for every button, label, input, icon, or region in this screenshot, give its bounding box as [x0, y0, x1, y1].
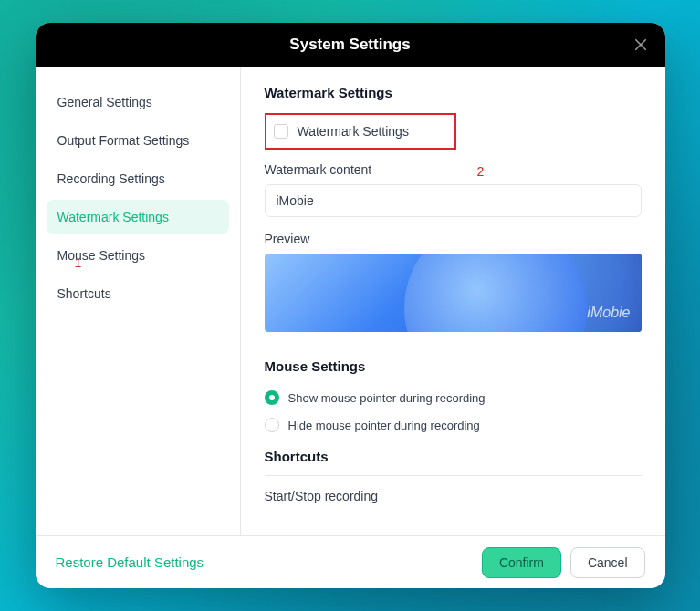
confirm-button[interactable]: Confirm [482, 547, 561, 578]
watermark-section-title: Watermark Settings [265, 85, 642, 100]
radio-icon[interactable] [265, 390, 279, 405]
shortcuts-section-title: Shortcuts [265, 449, 642, 476]
sidebar-item-general[interactable]: General Settings [47, 85, 229, 119]
dialog-body: General Settings Output Format Settings … [36, 67, 665, 535]
content-area: Watermark Settings Watermark Settings Wa… [241, 67, 665, 535]
watermark-checkbox-label: Watermark Settings [298, 124, 409, 139]
title-bar: System Settings [36, 23, 665, 67]
radio-label: Show mouse pointer during recording [288, 391, 486, 405]
sidebar-item-mouse[interactable]: Mouse Settings [47, 238, 229, 273]
watermark-toggle-box[interactable]: Watermark Settings [265, 113, 456, 150]
watermark-content-input[interactable] [265, 184, 642, 217]
sidebar-item-watermark[interactable]: Watermark Settings [47, 200, 229, 234]
preview-label: Preview [265, 232, 642, 246]
mouse-option-show[interactable]: Show mouse pointer during recording [265, 390, 642, 405]
mouse-section: Mouse Settings Show mouse pointer during… [265, 357, 642, 432]
preview-watermark-text: iMobie [587, 305, 630, 321]
restore-defaults-link[interactable]: Restore Default Settings [56, 554, 204, 570]
settings-dialog: System Settings General Settings Output … [36, 23, 665, 588]
sidebar-item-recording[interactable]: Recording Settings [47, 161, 229, 196]
sidebar: General Settings Output Format Settings … [36, 67, 241, 535]
sidebar-item-output-format[interactable]: Output Format Settings [47, 123, 229, 158]
radio-label: Hide mouse pointer during recording [288, 419, 480, 432]
shortcuts-section: Shortcuts Start/Stop recording [265, 449, 642, 503]
footer-buttons: Confirm Cancel [482, 547, 645, 578]
watermark-content-label: Watermark content [265, 162, 642, 177]
dialog-title: System Settings [289, 36, 410, 54]
sidebar-item-shortcuts[interactable]: Shortcuts [47, 276, 229, 311]
cancel-button[interactable]: Cancel [570, 547, 645, 578]
close-icon[interactable] [632, 36, 649, 53]
annotation-1: 1 [75, 255, 82, 270]
mouse-option-hide[interactable]: Hide mouse pointer during recording [265, 418, 642, 432]
preview-image: iMobie [265, 254, 642, 332]
shortcut-start-stop: Start/Stop recording [265, 489, 642, 503]
watermark-checkbox[interactable] [274, 124, 288, 139]
annotation-2: 2 [477, 164, 485, 179]
radio-icon[interactable] [265, 418, 279, 432]
dialog-footer: Restore Default Settings Confirm Cancel [36, 535, 665, 588]
mouse-section-title: Mouse Settings [265, 358, 642, 374]
